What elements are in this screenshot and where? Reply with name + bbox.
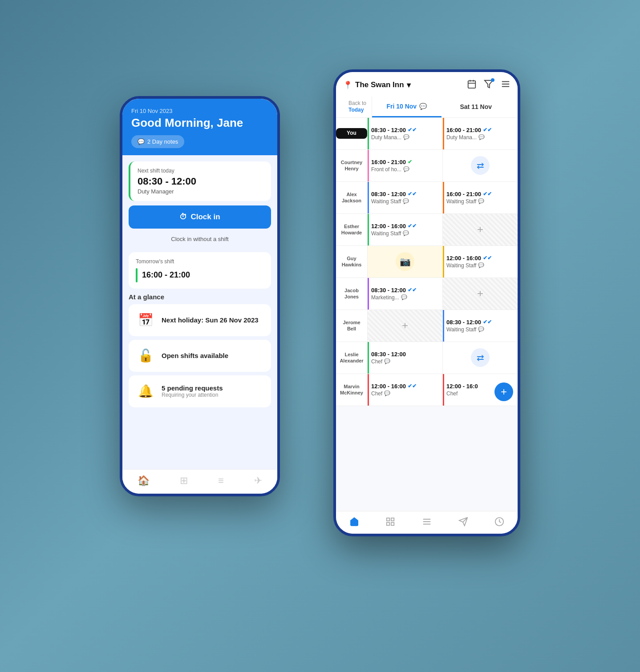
shift-role-esther-fri: Waiting Staff 💬 [371,230,439,237]
filter-header-icon[interactable] [484,79,494,91]
svg-rect-9 [391,518,394,520]
glance-card-pending[interactable]: 🔔 5 pending requests Requiring your atte… [129,375,271,407]
shift-cell-esther-sat[interactable]: + [442,214,518,245]
table-row: Leslie Alexander 08:30 - 12:00 Chef 💬 ⇄ [336,342,518,374]
shift-time-you-sat: 16:00 - 21:00 ✔✔ [446,127,514,133]
bell-icon: 🔔 [136,382,155,401]
green-bar-indicator [136,268,138,282]
shift-role-leslie-fri: Chef 💬 [371,358,439,365]
shift-cell-alex-fri[interactable]: 08:30 - 12:00 ✔✔ Waiting Staff 💬 [367,182,442,213]
date-fri-10-nov[interactable]: Fri 10 Nov 💬 [372,97,441,117]
chevron-down-icon: ▾ [407,80,411,90]
shift-cell-jerome-sat[interactable]: 08:30 - 12:00 ✔✔ Waiting Staff 💬 [442,310,518,342]
shift-time-leslie-fri: 08:30 - 12:00 [371,351,439,358]
day-notes-pill[interactable]: 💬 2 Day notes [131,135,184,148]
glance-card-holiday[interactable]: 📅 Next holiday: Sun 26 Nov 2023 [129,304,271,336]
table-row: Esther Howarde 12:00 - 16:00 ✔✔ Waiting … [336,214,518,246]
swap-icon-leslie[interactable]: ⇄ [471,348,490,367]
open-shifts-icon: 🔓 [136,346,155,366]
fri-date-chat-icon: 💬 [419,103,427,110]
shift-time-alex-fri: 08:30 - 12:00 ✔✔ [371,191,439,197]
shift-cell-you-fri[interactable]: 08:30 - 12:00 ✔✔ Duty Mana... 💬 [367,118,442,149]
clock-in-button[interactable]: ⏱ Clock in [129,205,271,229]
person-jerome: Jerome Bell [336,310,367,342]
phone-right: 📍 The Swan Inn ▾ [333,69,520,536]
nav-menu[interactable]: ≡ [218,475,224,487]
shift-role-you-sat: Duty Mana... 💬 [446,134,514,141]
sched-nav-home[interactable] [349,517,359,527]
phone-left-header: Fri 10 Nov 2023 Good Morning, Jane 💬 2 D… [122,99,277,155]
swap-icon[interactable]: ⇄ [471,156,490,175]
date-sat-11-nov[interactable]: Sat 11 Nov [442,97,510,117]
shift-cell-jacob-sat[interactable]: + [442,278,518,310]
clock-in-without-button[interactable]: Clock in without a shift [122,232,277,246]
header-icons [467,79,510,91]
add-shift-jacob[interactable]: + [477,282,483,306]
sched-nav-clock[interactable] [494,517,504,527]
shift-time-jacob-fri: 08:30 - 12:00 ✔✔ [371,287,439,294]
shift-role-jerome-sat: Waiting Staff 💬 [446,326,514,333]
table-row: Guy Hawkins 📷 12:00 - 16:00 ✔✔ Waiting S… [336,246,518,278]
shift-time-jerome-sat: 08:30 - 12:00 ✔✔ [446,319,514,326]
calendar-header-icon[interactable] [467,79,477,91]
shift-cell-jerome-fri[interactable]: + [367,310,442,342]
fab-add-button[interactable]: + [494,382,513,401]
person-leslie: Leslie Alexander [336,342,367,374]
shift-cell-marvin-sat[interactable]: 12:00 - 16:0 Chef + [442,374,518,406]
shift-cell-jacob-fri[interactable]: 08:30 - 12:00 ✔✔ Marketing... 💬 [367,278,442,310]
nav-home[interactable]: 🏠 [138,475,150,487]
next-shift-role: Duty Manager [138,188,264,195]
shift-cell-alex-sat[interactable]: 16:00 - 21:00 ✔✔ Waiting Staff 💬 [442,182,518,213]
shift-cell-courtney-sat[interactable]: ⇄ [442,150,518,181]
shift-cell-courtney-fri[interactable]: 16:00 - 21:00 ✔ Front of ho... 💬 [367,150,442,181]
location-label: The Swan Inn [355,80,404,89]
shift-cell-leslie-sat[interactable]: ⇄ [442,342,518,374]
person-jacob: Jacob Jones [336,278,367,310]
table-row: Alex Jackson 08:30 - 12:00 ✔✔ Waiting St… [336,182,518,214]
table-row: Jacob Jones 08:30 - 12:00 ✔✔ Marketing..… [336,278,518,310]
add-shift-esther[interactable]: + [477,217,483,242]
svg-rect-10 [391,522,394,525]
at-glance-title: At a glance [129,293,271,301]
table-row: Courtney Henry 16:00 - 21:00 ✔ Front of … [336,150,518,182]
shift-role-guy-sat: Waiting Staff 💬 [446,262,514,269]
pending-text: 5 pending requests [162,384,223,392]
bottom-nav-left: 🏠 ⊞ ≡ ✈ [122,469,277,494]
nav-plane[interactable]: ✈ [254,475,262,487]
schedule-body: You 08:30 - 12:00 ✔✔ Duty Mana... 💬 16:0… [336,118,518,493]
today-label: Today [348,107,366,114]
clock-icon: ⏱ [179,213,187,221]
shift-cell-leslie-fri[interactable]: 08:30 - 12:00 Chef 💬 [367,342,442,374]
add-shift-jerome[interactable]: + [402,314,408,338]
sched-nav-grid[interactable] [385,517,395,527]
glance-card-open-shifts[interactable]: 🔓 Open shifts available [129,340,271,372]
back-to-today-btn[interactable]: Back toToday [343,97,372,117]
shift-cell-guy-sat[interactable]: 12:00 - 16:00 ✔✔ Waiting Staff 💬 [442,246,518,278]
calendar-icon: 📅 [136,310,155,330]
date-nav: Back toToday Fri 10 Nov 💬 Sat 11 Nov [343,97,510,117]
shift-cell-guy-fri[interactable]: 📷 [367,246,442,278]
shift-cell-marvin-fri[interactable]: 12:00 - 16:00 ✔✔ Chef 💬 [367,374,442,406]
person-guy: Guy Hawkins [336,246,367,278]
next-shift-card: Next shift today 08:30 - 12:00 Duty Mana… [129,161,271,201]
sched-nav-lines[interactable] [422,517,432,527]
schedule-bottom-nav [336,511,518,534]
shift-role-alex-fri: Waiting Staff 💬 [371,198,439,205]
sat-date-label: Sat 11 Nov [460,103,492,110]
location-pin-icon: 📍 [343,80,352,90]
camera-icon[interactable]: 📷 [396,252,414,271]
hamburger-header-icon[interactable] [501,79,510,91]
shift-time-esther-fri: 12:00 - 16:00 ✔✔ [371,223,439,229]
shift-time-guy-sat: 12:00 - 16:00 ✔✔ [446,255,514,262]
sched-nav-plane[interactable] [458,517,468,527]
svg-rect-8 [387,518,389,520]
shift-cell-esther-fri[interactable]: 12:00 - 16:00 ✔✔ Waiting Staff 💬 [367,214,442,245]
next-shift-label: Next shift today [138,168,264,174]
nav-grid[interactable]: ⊞ [180,475,188,487]
you-badge: You [336,128,367,139]
location-name[interactable]: 📍 The Swan Inn ▾ [343,80,411,90]
shift-cell-you-sat[interactable]: 16:00 - 21:00 ✔✔ Duty Mana... 💬 [442,118,518,149]
shift-time-courtney-fri: 16:00 - 21:00 ✔ [371,159,439,165]
person-alex: Alex Jackson [336,182,367,213]
schedule-header: 📍 The Swan Inn ▾ [336,72,518,118]
